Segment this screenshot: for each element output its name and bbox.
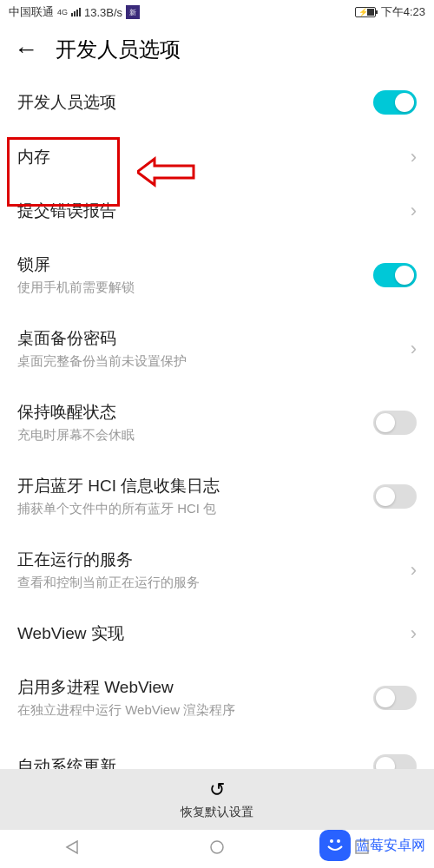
toggle-multiprocess-webview[interactable] [373,686,417,710]
toggle-lockscreen[interactable] [373,263,417,287]
chevron-right-icon: › [411,146,417,168]
row-bug-report[interactable]: 提交错误报告 › [0,184,434,238]
nav-home-icon[interactable] [208,838,226,859]
row-stay-awake[interactable]: 保持唤醒状态 充电时屏幕不会休眠 [0,385,434,459]
svg-point-5 [337,839,340,843]
row-developer-options[interactable]: 开发人员选项 [0,75,434,130]
row-multiprocess-webview[interactable]: 启用多进程 WebView 在独立进程中运行 WebView 渲染程序 [0,661,434,734]
row-title: WebView 实现 [17,622,411,645]
network-speed: 13.3B/s [84,6,122,19]
row-subtitle: 在独立进程中运行 WebView 渲染程序 [17,702,373,719]
svg-point-2 [211,841,223,853]
row-subtitle: 充电时屏幕不会休眠 [17,427,373,444]
row-title: 桌面备份密码 [17,327,411,350]
svg-marker-1 [67,841,77,853]
svg-point-4 [330,839,333,843]
row-webview-impl[interactable]: WebView 实现 › [0,607,434,661]
chevron-right-icon: › [411,559,417,582]
row-subtitle: 桌面完整备份当前未设置保护 [17,353,411,370]
row-subtitle: 使用手机前需要解锁 [17,279,373,296]
status-bar: 中国联通 4G 13.3B/s 新 ⚡ 下午4:23 [0,0,434,24]
signal-icon [71,8,81,16]
row-title: 开启蓝牙 HCI 信息收集日志 [17,475,373,497]
watermark-text: 蓝莓安卓网 [356,837,425,855]
row-bluetooth-hci[interactable]: 开启蓝牙 HCI 信息收集日志 捕获单个文件中的所有蓝牙 HCI 包 [0,459,434,533]
row-memory[interactable]: 内存 › [0,130,434,184]
app-badge-icon: 新 [126,5,140,19]
battery-icon: ⚡ [355,7,376,17]
nav-back-icon[interactable] [63,838,81,859]
toggle-developer-options[interactable] [373,90,417,115]
reset-icon: ↺ [209,779,225,801]
settings-list: 开发人员选项 内存 › 提交错误报告 › 锁屏 使用手机前需要解锁 桌面备份密码… [0,75,434,788]
row-lockscreen[interactable]: 锁屏 使用手机前需要解锁 [0,238,434,312]
row-title: 提交错误报告 [17,200,411,222]
chevron-right-icon: › [411,338,417,360]
status-left: 中国联通 4G 13.3B/s 新 [9,4,140,20]
row-title: 内存 [17,146,411,168]
page-title: 开发人员选项 [56,36,181,63]
row-running-services[interactable]: 正在运行的服务 查看和控制当前正在运行的服务 › [0,533,434,607]
row-subtitle: 捕获单个文件中的所有蓝牙 HCI 包 [17,501,373,517]
row-title: 正在运行的服务 [17,549,411,571]
clock: 下午4:23 [381,4,425,20]
watermark-logo-icon [319,830,351,861]
row-title: 锁屏 [17,253,373,276]
network-4g-icon: 4G [57,9,68,16]
toggle-bluetooth-hci[interactable] [373,484,417,509]
chevron-right-icon: › [411,200,417,222]
footer-bar[interactable]: ↺ 恢复默认设置 [0,769,434,830]
footer-label: 恢复默认设置 [181,805,253,820]
row-title: 开发人员选项 [17,91,373,114]
chevron-right-icon: › [411,622,417,645]
page-header: ← 开发人员选项 [0,24,434,75]
row-title: 启用多进程 WebView [17,676,373,699]
status-right: ⚡ 下午4:23 [355,4,425,20]
toggle-stay-awake[interactable] [373,411,417,435]
row-subtitle: 查看和控制当前正在运行的服务 [17,575,411,591]
watermark: 蓝莓安卓网 [319,830,425,861]
row-title: 保持唤醒状态 [17,401,373,424]
carrier-label: 中国联通 [9,4,54,20]
row-backup-password[interactable]: 桌面备份密码 桌面完整备份当前未设置保护 › [0,312,434,385]
back-arrow-icon[interactable]: ← [14,36,38,63]
